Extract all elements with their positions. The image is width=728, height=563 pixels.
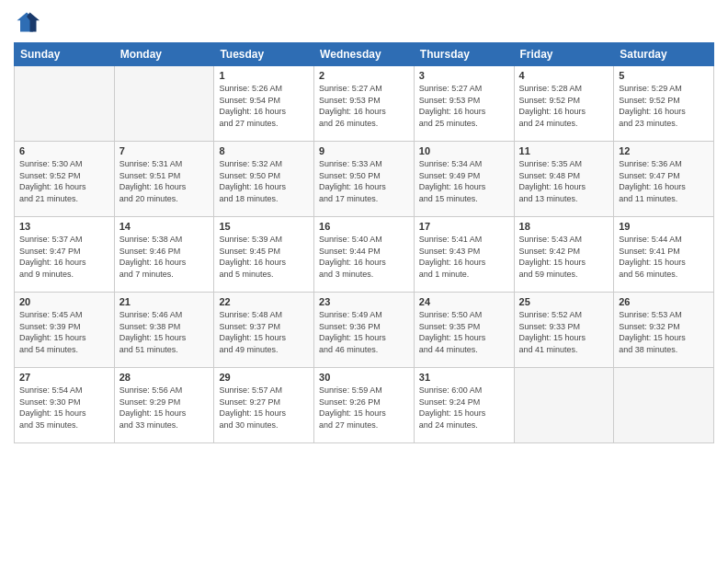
day-number: 3 — [419, 70, 509, 81]
day-number: 25 — [519, 296, 609, 307]
calendar-week-row: 13Sunrise: 5:37 AM Sunset: 9:47 PM Dayli… — [15, 217, 714, 293]
calendar-day-cell: 25Sunrise: 5:52 AM Sunset: 9:33 PM Dayli… — [514, 293, 614, 368]
weekday-header: Monday — [114, 43, 214, 66]
day-number: 30 — [319, 372, 409, 383]
calendar-day-cell: 2Sunrise: 5:27 AM Sunset: 9:53 PM Daylig… — [314, 66, 415, 142]
calendar-day-cell — [614, 368, 714, 443]
calendar-day-cell: 18Sunrise: 5:43 AM Sunset: 9:42 PM Dayli… — [514, 217, 614, 293]
day-number: 31 — [419, 372, 509, 383]
day-number: 21 — [119, 296, 210, 307]
calendar-week-row: 20Sunrise: 5:45 AM Sunset: 9:39 PM Dayli… — [15, 293, 714, 368]
calendar-day-cell: 11Sunrise: 5:35 AM Sunset: 9:48 PM Dayli… — [514, 142, 614, 217]
day-info: Sunrise: 5:40 AM Sunset: 9:44 PM Dayligh… — [319, 234, 409, 280]
day-info: Sunrise: 5:35 AM Sunset: 9:48 PM Dayligh… — [519, 158, 609, 204]
calendar-day-cell: 3Sunrise: 5:27 AM Sunset: 9:53 PM Daylig… — [414, 66, 514, 142]
day-number: 20 — [19, 296, 109, 307]
day-info: Sunrise: 5:41 AM Sunset: 9:43 PM Dayligh… — [419, 234, 509, 280]
calendar-table: SundayMondayTuesdayWednesdayThursdayFrid… — [14, 42, 714, 443]
day-number: 23 — [319, 296, 409, 307]
day-number: 26 — [619, 296, 709, 307]
day-number: 14 — [119, 221, 210, 232]
day-number: 24 — [419, 296, 509, 307]
weekday-header: Friday — [514, 43, 614, 66]
calendar-week-row: 27Sunrise: 5:54 AM Sunset: 9:30 PM Dayli… — [15, 368, 714, 443]
day-number: 18 — [519, 221, 609, 232]
day-number: 29 — [219, 372, 309, 383]
calendar-day-cell: 27Sunrise: 5:54 AM Sunset: 9:30 PM Dayli… — [15, 368, 115, 443]
calendar-day-cell: 16Sunrise: 5:40 AM Sunset: 9:44 PM Dayli… — [314, 217, 415, 293]
day-number: 2 — [319, 70, 409, 81]
calendar-day-cell — [15, 66, 115, 142]
calendar-day-cell: 22Sunrise: 5:48 AM Sunset: 9:37 PM Dayli… — [214, 293, 314, 368]
logo — [14, 9, 43, 35]
day-info: Sunrise: 6:00 AM Sunset: 9:24 PM Dayligh… — [419, 385, 509, 431]
day-number: 28 — [119, 372, 210, 383]
day-info: Sunrise: 5:46 AM Sunset: 9:38 PM Dayligh… — [119, 309, 210, 355]
calendar-day-cell: 20Sunrise: 5:45 AM Sunset: 9:39 PM Dayli… — [15, 293, 115, 368]
calendar-day-cell: 28Sunrise: 5:56 AM Sunset: 9:29 PM Dayli… — [114, 368, 214, 443]
calendar-day-cell: 7Sunrise: 5:31 AM Sunset: 9:51 PM Daylig… — [114, 142, 214, 217]
calendar-day-cell: 8Sunrise: 5:32 AM Sunset: 9:50 PM Daylig… — [214, 142, 314, 217]
day-info: Sunrise: 5:27 AM Sunset: 9:53 PM Dayligh… — [419, 83, 509, 129]
day-info: Sunrise: 5:52 AM Sunset: 9:33 PM Dayligh… — [519, 309, 609, 355]
weekday-header: Saturday — [614, 43, 714, 66]
day-info: Sunrise: 5:28 AM Sunset: 9:52 PM Dayligh… — [519, 83, 609, 129]
day-info: Sunrise: 5:43 AM Sunset: 9:42 PM Dayligh… — [519, 234, 609, 280]
calendar-day-cell: 13Sunrise: 5:37 AM Sunset: 9:47 PM Dayli… — [15, 217, 115, 293]
calendar-day-cell — [514, 368, 614, 443]
logo-icon — [14, 9, 40, 35]
weekday-header: Sunday — [15, 43, 115, 66]
day-number: 10 — [419, 145, 509, 156]
day-info: Sunrise: 5:31 AM Sunset: 9:51 PM Dayligh… — [119, 158, 210, 204]
weekday-header: Wednesday — [314, 43, 415, 66]
day-number: 19 — [619, 221, 709, 232]
calendar-day-cell: 14Sunrise: 5:38 AM Sunset: 9:46 PM Dayli… — [114, 217, 214, 293]
calendar-day-cell: 1Sunrise: 5:26 AM Sunset: 9:54 PM Daylig… — [214, 66, 314, 142]
calendar-day-cell: 23Sunrise: 5:49 AM Sunset: 9:36 PM Dayli… — [314, 293, 415, 368]
day-info: Sunrise: 5:34 AM Sunset: 9:49 PM Dayligh… — [419, 158, 509, 204]
day-number: 16 — [319, 221, 409, 232]
calendar-day-cell: 10Sunrise: 5:34 AM Sunset: 9:49 PM Dayli… — [414, 142, 514, 217]
day-number: 13 — [19, 221, 109, 232]
day-info: Sunrise: 5:30 AM Sunset: 9:52 PM Dayligh… — [19, 158, 109, 204]
day-number: 5 — [619, 70, 709, 81]
day-info: Sunrise: 5:26 AM Sunset: 9:54 PM Dayligh… — [219, 83, 309, 129]
calendar-day-cell: 29Sunrise: 5:57 AM Sunset: 9:27 PM Dayli… — [214, 368, 314, 443]
day-info: Sunrise: 5:54 AM Sunset: 9:30 PM Dayligh… — [19, 385, 109, 431]
day-info: Sunrise: 5:27 AM Sunset: 9:53 PM Dayligh… — [319, 83, 409, 129]
day-number: 22 — [219, 296, 309, 307]
weekday-header: Thursday — [414, 43, 514, 66]
day-number: 4 — [519, 70, 609, 81]
calendar-day-cell: 15Sunrise: 5:39 AM Sunset: 9:45 PM Dayli… — [214, 217, 314, 293]
day-info: Sunrise: 5:32 AM Sunset: 9:50 PM Dayligh… — [219, 158, 309, 204]
day-info: Sunrise: 5:36 AM Sunset: 9:47 PM Dayligh… — [619, 158, 709, 204]
day-number: 6 — [19, 145, 109, 156]
day-info: Sunrise: 5:56 AM Sunset: 9:29 PM Dayligh… — [119, 385, 210, 431]
calendar-day-cell: 4Sunrise: 5:28 AM Sunset: 9:52 PM Daylig… — [514, 66, 614, 142]
calendar-day-cell: 17Sunrise: 5:41 AM Sunset: 9:43 PM Dayli… — [414, 217, 514, 293]
day-number: 1 — [219, 70, 309, 81]
day-info: Sunrise: 5:29 AM Sunset: 9:52 PM Dayligh… — [619, 83, 709, 129]
day-number: 8 — [219, 145, 309, 156]
page-header — [14, 9, 714, 35]
day-number: 12 — [619, 145, 709, 156]
weekday-header: Tuesday — [214, 43, 314, 66]
calendar-day-cell: 26Sunrise: 5:53 AM Sunset: 9:32 PM Dayli… — [614, 293, 714, 368]
calendar-day-cell: 24Sunrise: 5:50 AM Sunset: 9:35 PM Dayli… — [414, 293, 514, 368]
day-number: 15 — [219, 221, 309, 232]
day-info: Sunrise: 5:57 AM Sunset: 9:27 PM Dayligh… — [219, 385, 309, 431]
day-number: 9 — [319, 145, 409, 156]
calendar-day-cell — [114, 66, 214, 142]
day-info: Sunrise: 5:38 AM Sunset: 9:46 PM Dayligh… — [119, 234, 210, 280]
calendar-day-cell: 9Sunrise: 5:33 AM Sunset: 9:50 PM Daylig… — [314, 142, 415, 217]
calendar-week-row: 6Sunrise: 5:30 AM Sunset: 9:52 PM Daylig… — [15, 142, 714, 217]
day-info: Sunrise: 5:39 AM Sunset: 9:45 PM Dayligh… — [219, 234, 309, 280]
weekday-header-row: SundayMondayTuesdayWednesdayThursdayFrid… — [15, 43, 714, 66]
calendar-day-cell: 30Sunrise: 5:59 AM Sunset: 9:26 PM Dayli… — [314, 368, 415, 443]
day-number: 7 — [119, 145, 210, 156]
calendar-day-cell: 19Sunrise: 5:44 AM Sunset: 9:41 PM Dayli… — [614, 217, 714, 293]
calendar-day-cell: 12Sunrise: 5:36 AM Sunset: 9:47 PM Dayli… — [614, 142, 714, 217]
day-info: Sunrise: 5:59 AM Sunset: 9:26 PM Dayligh… — [319, 385, 409, 431]
day-info: Sunrise: 5:48 AM Sunset: 9:37 PM Dayligh… — [219, 309, 309, 355]
day-info: Sunrise: 5:33 AM Sunset: 9:50 PM Dayligh… — [319, 158, 409, 204]
